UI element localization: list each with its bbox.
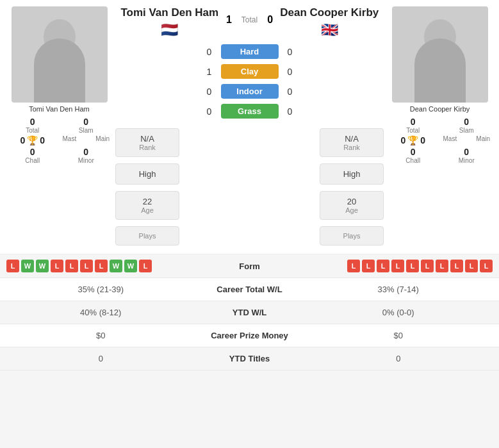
p1-form-l3: L — [65, 260, 78, 272]
p2-slam-item: 0 Slam — [441, 117, 493, 134]
p1-form-badges: L W W L L L L W W L — [6, 260, 211, 272]
player1-name: Tomi Van Den Ham — [29, 105, 90, 113]
p2-form-l2: L — [362, 260, 375, 272]
p1-rank-panel: N/A Rank — [115, 128, 179, 157]
p1-form-w4: W — [124, 260, 137, 272]
p1-high-value: High — [119, 169, 176, 179]
p1-form-l2: L — [51, 260, 63, 272]
p1-mast-label-row: Mast Main — [60, 135, 113, 145]
ytd-wl-label: YTD W/L — [192, 308, 307, 317]
player2-name: Dean Cooper Kirby — [410, 105, 470, 113]
p2-form-l8: L — [450, 260, 463, 272]
p1-slam-label: Slam — [60, 127, 113, 134]
hard-p1-score: 0 — [203, 47, 216, 57]
p2-rank-panel: N/A Rank — [320, 128, 384, 157]
career-wl-label: Career Total W/L — [192, 285, 307, 294]
p1-chall-value: 0 — [6, 147, 59, 157]
p2-prize-money: $0 — [307, 331, 490, 340]
p1-career-wl: 35% (21-39) — [10, 285, 192, 294]
grass-p2-score: 0 — [284, 106, 297, 117]
info-panels-row: N/A Rank High 22 Age Plays — [115, 126, 384, 247]
surface-row-clay: 1 Clay 0 — [115, 62, 384, 81]
p1-prize-money: $0 — [10, 331, 192, 340]
hard-badge: Hard — [221, 44, 279, 59]
p1-total-value: 0 — [6, 117, 59, 127]
total-p1-score: 1 — [226, 14, 232, 26]
p1-mast-item: 0 🏆 0 — [6, 135, 59, 145]
p2-mast-label-row: Mast Main — [441, 135, 493, 145]
p1-minor-label: Minor — [60, 157, 113, 164]
p2-plays-label: Plays — [323, 232, 380, 240]
p2-form-l10: L — [480, 260, 493, 272]
p1-slam-value: 0 — [60, 117, 113, 127]
p2-slam-value: 0 — [441, 117, 493, 127]
p1-main-label: Main — [95, 135, 110, 145]
p2-form-l9: L — [465, 260, 478, 272]
p1-age-panel: 22 Age — [115, 191, 179, 220]
hard-p2-score: 0 — [284, 47, 297, 57]
player2-header-info: Dean Cooper Kirby 🇬🇧 — [275, 6, 384, 38]
p1-info-panels: N/A Rank High 22 Age Plays — [115, 126, 179, 247]
p2-mast-label: Mast — [443, 135, 457, 145]
indoor-p2-score: 0 — [284, 87, 297, 97]
p1-mast-label: Mast — [63, 135, 77, 145]
p2-age-value: 20 — [323, 197, 380, 206]
p2-high-value: High — [323, 169, 380, 179]
form-label: Form — [211, 261, 288, 271]
p1-form-l4: L — [80, 260, 93, 272]
player2-avatar — [392, 6, 488, 103]
p1-form-l1: L — [6, 260, 19, 272]
p1-high-panel: High — [115, 163, 179, 185]
p2-form-l4: L — [391, 260, 404, 272]
p2-form-badges: L L L L L L L L L L — [288, 260, 493, 272]
career-wl-row: 35% (21-39) Career Total W/L 33% (7-14) — [0, 278, 499, 301]
p2-main-value: 0 — [420, 135, 425, 145]
p1-ytd-wl: 40% (8-12) — [10, 308, 192, 317]
p2-ytd-wl: 0% (0-0) — [307, 308, 490, 317]
avatar2-body — [414, 38, 466, 103]
surfaces-container: 0 Hard 0 1 Clay 0 0 Indoor 0 — [115, 42, 384, 121]
p2-minor-value: 0 — [441, 147, 493, 157]
ytd-wl-row: 40% (8-12) YTD W/L 0% (0-0) — [0, 301, 499, 324]
p1-plays-label: Plays — [119, 232, 176, 240]
indoor-p1-score: 0 — [203, 87, 216, 97]
p2-rank-value: N/A — [323, 134, 380, 144]
p1-age-value: 22 — [119, 197, 176, 206]
avatar-body — [34, 38, 85, 103]
p1-plays-panel: Plays — [115, 226, 179, 245]
player1-flag: 🇳🇱 — [115, 22, 224, 38]
total-p2-score: 0 — [267, 14, 273, 26]
p1-mast-value: 0 — [20, 135, 25, 145]
p1-form-w1: W — [21, 260, 34, 272]
trophy-icon-left: 🏆 — [27, 135, 38, 145]
p2-form-l5: L — [406, 260, 419, 272]
p2-plays-panel: Plays — [320, 226, 384, 245]
p2-main-label: Main — [476, 135, 490, 145]
player2-block: Dean Cooper Kirby 0 Total 0 Slam 0 🏆 0 M… — [387, 6, 493, 247]
player1-stats: 0 Total 0 Slam 0 🏆 0 Mast Main 0 — [6, 117, 112, 164]
total-scores: 1 Total 0 — [224, 6, 275, 38]
p2-form-l7: L — [436, 260, 448, 272]
player2-center-name: Dean Cooper Kirby — [275, 6, 384, 19]
clay-p2-score: 0 — [284, 67, 297, 77]
p2-high-panel: High — [320, 163, 384, 185]
p1-slam-item: 0 Slam — [60, 117, 113, 134]
p1-rank-label: Rank — [119, 144, 176, 151]
clay-badge: Clay — [221, 64, 279, 79]
player1-avatar — [12, 6, 108, 103]
indoor-badge: Indoor — [221, 84, 279, 99]
p1-chall-label: Chall — [6, 157, 59, 164]
player2-flag: 🇬🇧 — [275, 22, 384, 38]
p1-form-w3: W — [110, 260, 122, 272]
p2-rank-label: Rank — [323, 144, 380, 151]
prize-money-label: Career Prize Money — [192, 331, 307, 340]
p2-total-value: 0 — [387, 117, 439, 127]
center-block: Tomi Van Den Ham 🇳🇱 1 Total 0 Dean Coope… — [115, 6, 384, 247]
p1-form-w2: W — [36, 260, 49, 272]
prize-money-row: $0 Career Prize Money $0 — [0, 324, 499, 347]
p1-total-item: 0 Total — [6, 117, 59, 134]
ytd-titles-label: YTD Titles — [192, 354, 307, 363]
p1-form-l6: L — [139, 260, 152, 272]
p2-form-l3: L — [377, 260, 389, 272]
p2-chall-label: Chall — [387, 157, 439, 164]
